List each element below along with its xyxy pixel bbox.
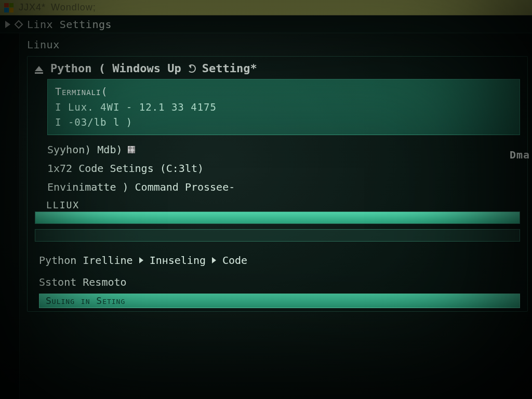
sidebar-strip [0, 33, 20, 399]
chevron-right-icon [212, 257, 216, 263]
eject-icon[interactable] [35, 66, 43, 71]
navbar: Linx Settings [0, 16, 532, 33]
settings-group: Python ( Windows Up Setting* Terminali( … [27, 56, 528, 312]
diamond-icon[interactable] [15, 20, 23, 29]
terminal-line-2: I Lux. 4WI - 12.1 33 4175 [55, 100, 512, 115]
nav-title[interactable]: Linx Settings [27, 18, 112, 31]
edge-label: Dma [510, 149, 532, 161]
main-panel: Linux Python ( Windows Up Setting* Termi… [20, 33, 532, 399]
crumb-2[interactable]: Inнseling [150, 254, 206, 267]
row-code-settings[interactable]: 1x72 Code Setings (C:3lt) [28, 159, 527, 178]
section-label: Linux [24, 38, 532, 54]
row-text: 1x72 Code Setings (C:3lt) [47, 162, 204, 175]
play-icon[interactable] [5, 21, 10, 28]
row-env-command[interactable]: Envinimatte ) Command Prossee- [28, 178, 527, 196]
terminal-line-1: Terminali( [55, 84, 512, 100]
footer-bar-label: Suling in Seting [46, 295, 125, 306]
row-text: Syyhon) Mdb) [47, 143, 123, 156]
crumb-1[interactable]: Python Irelline [39, 254, 133, 267]
bar-label: LLIUX [35, 198, 520, 211]
progress-bar-1[interactable] [35, 211, 520, 224]
group-header: Python ( Windows Up Setting* [28, 60, 527, 79]
footer-row[interactable]: Sstont Resmoto [28, 271, 527, 288]
footer-status-bar[interactable]: Suling in Seting [39, 294, 520, 308]
windows-logo-icon [4, 3, 14, 12]
titlebar-app-code: JJX4* [19, 2, 46, 13]
progress-bar-2[interactable] [35, 229, 520, 242]
row-syyhon[interactable]: Syyhon) Mdb) [28, 140, 527, 159]
group-header-part-1: Python ( Windows Up [50, 62, 181, 75]
chevron-right-icon [139, 257, 143, 263]
package-icon [128, 146, 135, 153]
breadcrumb: Python Irelline Inнseling Code [28, 247, 527, 271]
crumb-3[interactable]: Code [222, 254, 247, 267]
progress-section: LLIUX [35, 198, 520, 242]
group-header-part-2: Setting* [202, 62, 257, 75]
terminal-block[interactable]: Terminali( I Lux. 4WI - 12.1 33 4175 I -… [47, 79, 520, 135]
titlebar-app-mode: Wondlow; [51, 2, 96, 13]
terminal-line-3: I -03/lb l ) [55, 115, 512, 130]
titlebar: JJX4* Wondlow; [0, 0, 532, 16]
refresh-icon[interactable] [188, 64, 196, 73]
row-text: Envinimatte ) Command Prossee- [47, 181, 235, 193]
